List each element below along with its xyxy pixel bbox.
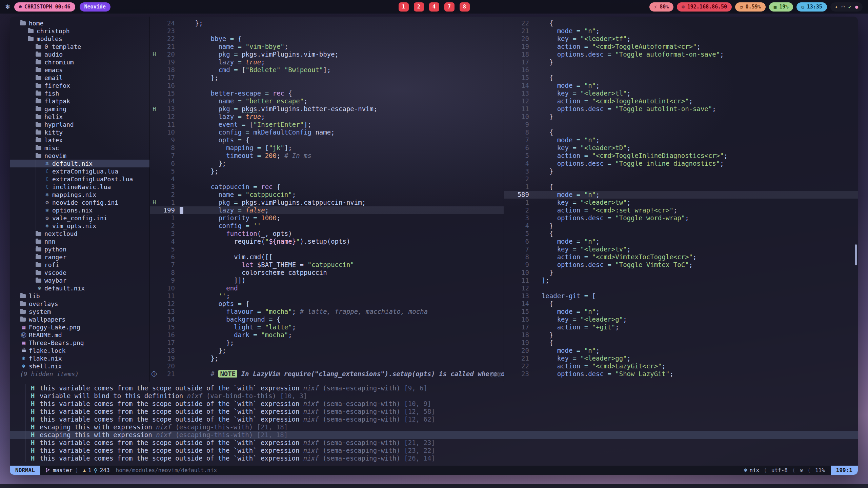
tree-item[interactable]: nnn [10,238,149,245]
code-line[interactable]: 2 name = "catppuccin"; [150,191,504,199]
tree-item[interactable]: hyprland [10,121,149,128]
tree-item[interactable]: firefox [10,82,149,89]
active-window-pill[interactable]: Neovide [80,2,110,12]
code-line[interactable]: 9 [504,121,858,128]
code-line[interactable]: 15 light = "latte"; [150,323,504,331]
code-line[interactable]: 3 catppuccin = rec { [150,183,504,191]
code-line[interactable]: 5 }; [150,167,504,175]
code-line[interactable]: 6 vim.cmd([[ [150,253,504,261]
code-line[interactable]: 19 action = "<cmd>ToggleAutoformat<cr>"; [504,43,858,50]
code-line[interactable]: 5 [150,245,504,253]
code-line[interactable]: 12 action = "<cmd>ToggleAutoLint<cr>"; [504,97,858,105]
code-line[interactable]: H20 pkg = pkgs.vimPlugins.vim-bbye; [150,50,504,58]
tree-item[interactable]: ☾extraConfigLuaPost.lua [10,175,149,183]
code-line[interactable]: 9 ]]) [150,277,504,284]
code-line[interactable]: 21 name = "vim-bbye"; [150,43,504,50]
diagnostic-row[interactable]: Hthis variable comes from the scope outs… [10,454,858,462]
code-line[interactable]: 2 action = "<cmd>:set wrap!<cr>"; [504,206,858,214]
code-line[interactable]: 23 options.desc = "Show LazyGit"; [504,370,858,378]
tree-item[interactable]: nextcloud [10,230,149,238]
code-line[interactable]: 16 [504,66,858,74]
diagnostic-row[interactable]: Hescaping this with expression nixf (esc… [10,431,858,439]
code-line[interactable]: 19 lazy = true; [150,58,504,66]
code-line[interactable]: 20 key = "<leader>tf"; [504,35,858,43]
network-address[interactable]: ⊕192.168.86.50 [677,2,732,12]
battery-indicator[interactable]: ⚡80% [649,2,674,12]
tree-item[interactable]: ❄shell.nix [10,362,149,370]
workspace-button-8[interactable]: 8 [460,2,470,12]
code-line[interactable]: 15 better-escape = rec { [150,89,504,97]
tree-item[interactable]: ranger [10,253,149,261]
tree-item[interactable]: ❄default.nix [10,160,149,167]
code-line[interactable]: 1 key = "<leader>tw"; [504,199,858,206]
code-line[interactable]: 12 [504,284,858,292]
code-line[interactable]: 6 key = "<leader>tD"; [504,144,858,152]
code-line[interactable]: 12 opts = { [150,300,504,308]
code-line[interactable]: 9 opts = { [150,136,504,144]
tree-item[interactable]: system [10,308,149,316]
tree-item[interactable]: ▦Three-Bears.png [10,339,149,347]
tree-item[interactable]: ⚙neovide_config.ini [10,199,149,206]
code-line[interactable]: 17 }; [150,339,504,347]
tree-item[interactable]: modules [10,35,149,43]
diagnostic-row[interactable]: Hthis variable comes from the scope outs… [10,408,858,415]
code-line[interactable]: 4 options.desc = "Toggle inline diagnost… [504,160,858,167]
code-line[interactable]: 17 }; [150,74,504,82]
tree-item[interactable]: ☾inclineNavic.lua [10,183,149,191]
user-session-pill[interactable]: ☻ CHRISTOPH 00:46 [14,2,75,12]
tree-item[interactable]: latex [10,136,149,144]
tree-item[interactable]: overlays [10,300,149,308]
tree-item[interactable]: flatpak [10,97,149,105]
tree-item[interactable]: 0_template [10,43,149,50]
tree-item[interactable]: ❄vim_opts.nix [10,222,149,230]
tree-item[interactable]: ▦Foggy-Lake.png [10,323,149,331]
memory-usage[interactable]: ▦19% [769,2,793,12]
code-line[interactable]: 7 mode = "n"; [504,136,858,144]
code-line[interactable]: 17 action = "+git"; [504,323,858,331]
diagnostic-row[interactable]: Hthis variable comes from the scope outs… [10,439,858,447]
code-line[interactable]: 14 background = { [150,316,504,323]
code-line[interactable]: 7 timeout = 200; # In ms [150,152,504,160]
clock[interactable]: ◷13:35 [796,2,827,12]
code-line[interactable]: 14 { [504,300,858,308]
code-line[interactable]: 20 mode = "n"; [504,347,858,354]
tree-item[interactable]: python [10,245,149,253]
code-line[interactable]: 19 { [504,339,858,347]
tree-item[interactable]: misc [10,144,149,152]
code-line[interactable]: 13 leader-git = [ [504,292,858,300]
tree-item[interactable]: audio [10,50,149,58]
code-line[interactable]: 4 require("${name}").setup(opts) [150,238,504,245]
code-line[interactable]: 13 key = "<leader>tl"; [504,89,858,97]
code-line[interactable]: 4 } [504,222,858,230]
tree-item[interactable]: christoph [10,27,149,35]
code-line[interactable]: 22 { [504,19,858,27]
tree-item[interactable]: wallpapers [10,316,149,323]
code-line[interactable]: 24 }; [150,19,504,27]
code-line[interactable]: 10 end [150,284,504,292]
code-line[interactable]: 7 let $BAT_THEME = "catppuccin" [150,261,504,269]
code-line[interactable]: 7 key = "<leader>tv"; [504,245,858,253]
code-line[interactable]: 10 } [504,113,858,121]
tree-item[interactable]: ⚙vale_config.ini [10,214,149,222]
code-line[interactable]: 14 name = "better_escape"; [150,97,504,105]
tree-item[interactable]: ❄options.nix [10,206,149,214]
code-line[interactable]: 11 event = ["InsertEnter"]; [150,121,504,128]
code-line[interactable]: 16 key = "<leader>g"; [504,316,858,323]
workspace-button-7[interactable]: 7 [444,2,455,12]
code-line[interactable]: 21 key = "<leader>gg"; [504,354,858,362]
tree-item[interactable]: lib [10,292,149,300]
diagnostic-counts[interactable]: ▲ 1 ⚲ 243 [83,467,109,473]
code-line[interactable]: 1 priority = 1000; [150,214,504,222]
workspace-button-4[interactable]: 4 [429,2,439,12]
code-line[interactable]: 22 action = "<cmd>LazyGit<cr>"; [504,362,858,370]
tree-item[interactable]: ❄flake.nix [10,354,149,362]
tree-item[interactable]: chromium [10,58,149,66]
code-line[interactable]: 11 ''; [150,292,504,300]
workspace-button-1[interactable]: 1 [399,2,409,12]
code-line[interactable]: 6 mode = "n"; [504,238,858,245]
code-line[interactable]: 8 action = "<cmd>VimtexTocToggle<cr>"; [504,253,858,261]
tree-item[interactable]: emacs [10,66,149,74]
code-line[interactable]: 18 cmd = ["Bdelete" "Bwipeout"]; [150,66,504,74]
code-line[interactable]: 589 mode = "n"; [504,191,858,199]
code-line[interactable]: 3 function(_, opts) [150,230,504,238]
